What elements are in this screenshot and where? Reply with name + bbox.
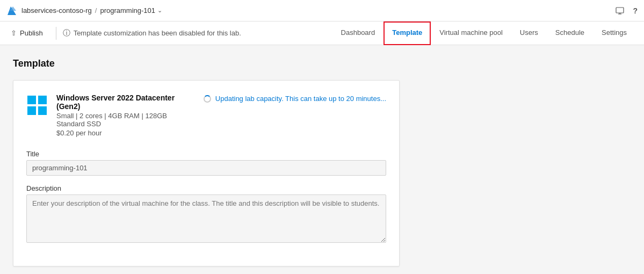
tab-template[interactable]: Template xyxy=(383,21,431,45)
info-icon: ⓘ xyxy=(63,28,70,38)
breadcrumb-chevron-icon: ⌄ xyxy=(157,7,162,14)
vm-details: Windows Server 2022 Datacenter (Gen2) Sm… xyxy=(56,93,195,137)
top-bar-actions: ? xyxy=(616,6,638,15)
windows-os-icon xyxy=(26,95,48,116)
info-message-container: ⓘ Template customization has been disabl… xyxy=(63,28,241,38)
svg-rect-2 xyxy=(616,8,624,13)
svg-rect-8 xyxy=(38,106,47,115)
publish-icon: ⇧ xyxy=(11,29,17,37)
tab-users[interactable]: Users xyxy=(511,21,547,45)
publish-button[interactable]: ⇧ Publish xyxy=(9,27,49,39)
description-label: Description xyxy=(26,184,386,192)
vm-status-text: Updating lab capacity. This can take up … xyxy=(215,95,386,103)
title-label: Title xyxy=(26,150,386,158)
tab-vm-pool[interactable]: Virtual machine pool xyxy=(431,21,511,45)
tab-dashboard[interactable]: Dashboard xyxy=(332,21,384,45)
breadcrumb-resource-group[interactable]: labservices-contoso-rg xyxy=(21,6,92,15)
page-content: Template Windows Server 2022 Datacenter … xyxy=(0,45,644,274)
vm-name: Windows Server 2022 Datacenter (Gen2) xyxy=(56,93,195,111)
azure-icon xyxy=(6,5,17,16)
sub-bar: ⇧ Publish ⓘ Template customization has b… xyxy=(0,21,644,45)
loading-spinner-icon xyxy=(204,95,211,103)
help-icon[interactable]: ? xyxy=(633,6,638,15)
vm-info-row: Windows Server 2022 Datacenter (Gen2) Sm… xyxy=(26,93,386,137)
svg-rect-5 xyxy=(27,96,36,104)
vm-specs: Small | 2 cores | 4GB RAM | 128GB Standa… xyxy=(56,112,195,128)
description-textarea[interactable] xyxy=(26,194,386,243)
breadcrumb-lab[interactable]: programming-101 ⌄ xyxy=(100,6,162,15)
description-field-group: Description xyxy=(26,184,386,244)
top-bar: labservices-contoso-rg / programming-101… xyxy=(0,0,644,21)
title-input[interactable] xyxy=(26,160,386,176)
page-title: Template xyxy=(13,58,631,69)
vm-status: Updating lab capacity. This can take up … xyxy=(204,93,386,103)
title-field-group: Title xyxy=(26,150,386,176)
template-card: Windows Server 2022 Datacenter (Gen2) Sm… xyxy=(13,80,400,266)
toolbar-divider xyxy=(56,27,56,40)
breadcrumb-separator: / xyxy=(95,6,97,15)
publish-label: Publish xyxy=(20,29,43,37)
info-message-text: Template customization has been disabled… xyxy=(74,29,241,37)
tab-schedule[interactable]: Schedule xyxy=(547,21,593,45)
tab-settings[interactable]: Settings xyxy=(593,21,635,45)
monitor-icon[interactable] xyxy=(616,6,624,15)
svg-rect-7 xyxy=(27,106,36,115)
nav-tabs: Dashboard Template Virtual machine pool … xyxy=(332,21,635,45)
svg-rect-6 xyxy=(38,96,47,104)
breadcrumb: labservices-contoso-rg / programming-101… xyxy=(21,6,162,15)
vm-price: $0.20 per hour xyxy=(56,129,195,137)
toolbar-left: ⇧ Publish ⓘ Template customization has b… xyxy=(9,27,241,40)
